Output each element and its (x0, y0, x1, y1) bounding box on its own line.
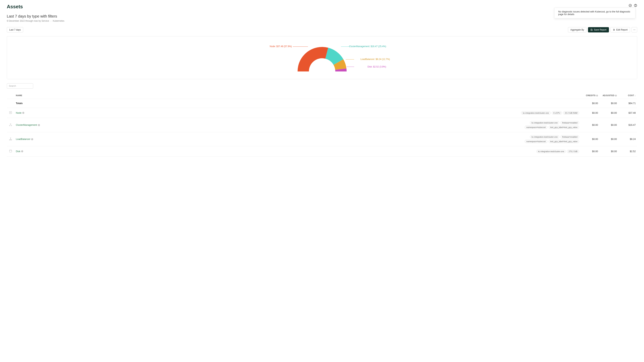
page-title: Assets (7, 4, 23, 10)
row-cost: $8.24 (618, 132, 637, 146)
info-icon (38, 124, 40, 126)
chart-label-clustermanagement: ClusterManagement: $16.47 (25.4%) (349, 45, 386, 48)
svg-rect-13 (10, 112, 12, 114)
svg-point-7 (614, 30, 614, 30)
tag: test_gcp_label=test_gcp_value (548, 140, 579, 143)
row-tags: kc-integration-test/cluster-onefirebase=… (519, 135, 579, 143)
tag: namespace=kubecost (525, 126, 547, 129)
diagnostic-toast[interactable]: No diagnostic issues detected with Kubec… (554, 8, 635, 18)
svg-point-19 (9, 140, 10, 140)
svg-point-14 (10, 112, 11, 113)
row-adjusted: $0.00 (600, 108, 618, 118)
row-cost: $2.52 (618, 146, 637, 156)
row-adjusted: $0.00 (600, 146, 618, 156)
aggregate-by-button[interactable]: Aggregate By (568, 27, 587, 32)
row-cost: $37.48 (618, 108, 637, 118)
tag: kc-integration-test/cluster-one (521, 111, 550, 115)
chart-label-disk: Disk: $2.52 (3.9%) (368, 66, 386, 68)
table-row[interactable]: ClusterManagement kc-integration-test/cl… (7, 118, 637, 132)
sort-desc-icon: ↓ (634, 94, 636, 96)
row-adjusted: $0.00 (600, 118, 618, 132)
tag: namespace=kubecost (525, 140, 547, 143)
tag: firebase=enabled (560, 135, 579, 138)
chevron-right-icon: › (50, 20, 51, 22)
help-icon[interactable] (634, 4, 637, 8)
totals-cost: $64.71 (618, 99, 637, 108)
node-icon (9, 111, 12, 114)
date-range-button[interactable]: Last 7 days (7, 27, 23, 32)
col-header-name[interactable]: NAME (14, 92, 516, 99)
svg-point-8 (614, 30, 614, 30)
table-row[interactable]: Disk kc-integration-test/cluster-one275.… (7, 146, 637, 156)
more-menu-button[interactable]: ⋯ (632, 27, 637, 32)
svg-point-22 (10, 150, 12, 151)
tag: kc-integration-test/cluster-one (530, 121, 559, 124)
totals-adjusted: $0.00 (600, 99, 618, 108)
breadcrumb: 9 December 2022 through now by Service ›… (7, 20, 637, 22)
info-icon (21, 150, 23, 152)
row-name-link[interactable]: ClusterManagement (16, 124, 40, 126)
edit-report-button[interactable]: Edit Report (610, 27, 630, 32)
row-credits: $0.00 (581, 118, 600, 132)
row-credits: $0.00 (581, 108, 600, 118)
svg-point-6 (614, 29, 614, 30)
info-icon (615, 95, 617, 96)
row-tags: kc-integration-test/cluster-one6 vCPU22.… (519, 111, 579, 115)
totals-credits: $0.00 (581, 99, 600, 108)
tag: firebase=enabled (560, 121, 579, 124)
row-name-link[interactable]: LoadBalancer (16, 138, 33, 140)
tag: kc-integration-test/cluster-one (530, 135, 559, 138)
chart-slice-node[interactable] (298, 47, 328, 72)
cluster-icon (9, 123, 12, 126)
totals-row: Totals $0.00 $0.00 $64.71 (7, 99, 637, 108)
disk-icon (9, 149, 12, 153)
tag: 275.2 GiB (567, 150, 579, 153)
info-icon (596, 95, 598, 96)
assets-table: NAME CREDITS ADJUSTED COST↓ Totals $0.00… (7, 92, 637, 156)
row-cost: $16.47 (618, 118, 637, 132)
edit-report-label: Edit Report (616, 28, 628, 31)
row-name-link[interactable]: Disk (16, 150, 23, 153)
loadbalancer-icon (9, 137, 12, 141)
report-title: Last 7 days by type with filters (7, 14, 637, 18)
status-ok-icon[interactable] (628, 4, 632, 8)
info-icon (31, 138, 33, 140)
save-report-label: Save Report (594, 28, 606, 31)
tag: test_gcp_label=test_gcp_value (548, 126, 579, 129)
svg-point-18 (10, 138, 11, 138)
save-icon (590, 29, 593, 31)
table-row[interactable]: LoadBalancer kc-integration-test/cluster… (7, 132, 637, 146)
half-donut-chart (294, 43, 350, 72)
svg-point-15 (10, 124, 11, 124)
col-header-cost[interactable]: COST↓ (618, 92, 637, 99)
chart-card: Node: $37.48 (57.9%) ClusterManagement: … (7, 36, 637, 79)
row-credits: $0.00 (581, 132, 600, 146)
row-tags: kc-integration-test/cluster-one275.2 GiB (519, 150, 579, 153)
svg-point-2 (635, 6, 636, 6)
row-name-link[interactable]: Node (16, 112, 24, 114)
totals-label: Totals (16, 102, 23, 105)
table-row[interactable]: Node kc-integration-test/cluster-one6 vC… (7, 108, 637, 118)
sliders-icon (613, 29, 615, 31)
col-header-adjusted[interactable]: ADJUSTED (600, 92, 618, 99)
tag: 6 vCPU (552, 111, 562, 115)
tag: kc-integration-test/cluster-one (536, 150, 566, 153)
info-icon (22, 112, 24, 114)
row-credits: $0.00 (581, 146, 600, 156)
row-adjusted: $0.00 (600, 132, 618, 146)
col-header-credits[interactable]: CREDITS (581, 92, 600, 99)
svg-point-20 (10, 140, 11, 140)
chart-label-node: Node: $37.48 (57.9%) (254, 45, 292, 48)
breadcrumb-prefix: 9 December 2022 through now by Service (7, 20, 49, 22)
chart-label-loadbalancer: LoadBalancer: $8.24 (12.7%) (360, 58, 390, 60)
search-input[interactable] (7, 83, 33, 88)
row-tags: kc-integration-test/cluster-onefirebase=… (519, 121, 579, 129)
tag: 22.2 GiB RAM (563, 111, 579, 115)
svg-point-21 (11, 140, 12, 140)
save-report-button[interactable]: Save Report (588, 27, 609, 32)
breadcrumb-leaf[interactable]: Kubernetes (53, 20, 64, 22)
